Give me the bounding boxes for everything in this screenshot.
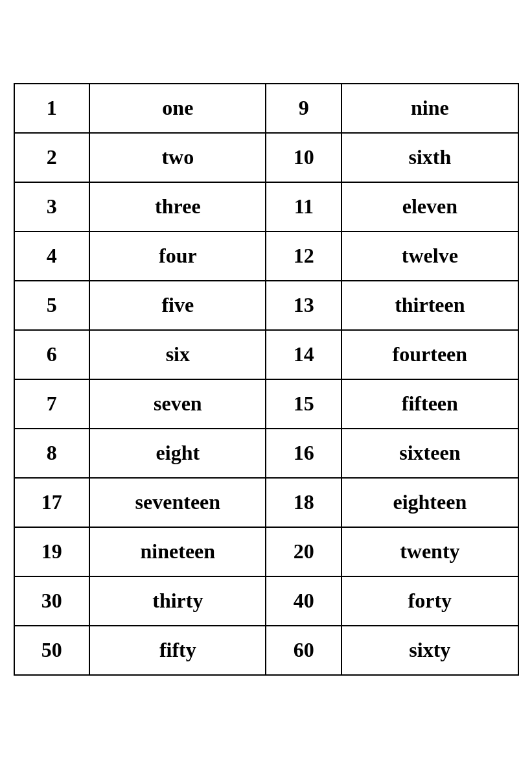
col1-num: 3: [14, 182, 90, 231]
col2-num: 13: [266, 281, 341, 330]
col2-num: 11: [266, 182, 341, 231]
col2-num: 18: [266, 478, 341, 527]
table-row: 5five13thirteen: [14, 281, 518, 330]
table-row: 50fifty60sixty: [14, 626, 518, 675]
col2-word: fourteen: [341, 330, 518, 379]
col2-word: nine: [341, 84, 518, 133]
col2-word: sixty: [341, 626, 518, 675]
table-row: 1one9nine: [14, 84, 518, 133]
col1-word: nineteen: [89, 527, 266, 576]
col1-word: seven: [89, 379, 266, 429]
table-row: 8eight16sixteen: [14, 429, 518, 478]
col1-num: 1: [14, 84, 90, 133]
col1-word: six: [89, 330, 266, 379]
col2-word: forty: [341, 576, 518, 626]
col2-num: 14: [266, 330, 341, 379]
col2-num: 12: [266, 231, 341, 281]
col1-word: fifty: [89, 626, 266, 675]
col2-num: 15: [266, 379, 341, 429]
col2-word: thirteen: [341, 281, 518, 330]
col2-word: eighteen: [341, 478, 518, 527]
col2-num: 40: [266, 576, 341, 626]
col1-word: five: [89, 281, 266, 330]
table-row: 2two10sixth: [14, 133, 518, 182]
col2-word: fifteen: [341, 379, 518, 429]
col2-num: 16: [266, 429, 341, 478]
col1-word: four: [89, 231, 266, 281]
col1-word: thirty: [89, 576, 266, 626]
col1-word: seventeen: [89, 478, 266, 527]
table-row: 3three11eleven: [14, 182, 518, 231]
col2-num: 60: [266, 626, 341, 675]
col2-word: sixteen: [341, 429, 518, 478]
col2-word: twelve: [341, 231, 518, 281]
col2-num: 10: [266, 133, 341, 182]
col1-num: 50: [14, 626, 90, 675]
col1-num: 2: [14, 133, 90, 182]
col1-num: 30: [14, 576, 90, 626]
col1-word: two: [89, 133, 266, 182]
page: 1one9nine2two10sixth3three11eleven4four1…: [14, 83, 519, 676]
col1-word: three: [89, 182, 266, 231]
col2-word: sixth: [341, 133, 518, 182]
table-row: 17seventeen18eighteen: [14, 478, 518, 527]
col1-word: one: [89, 84, 266, 133]
col1-num: 6: [14, 330, 90, 379]
col1-num: 7: [14, 379, 90, 429]
col2-word: twenty: [341, 527, 518, 576]
col2-num: 20: [266, 527, 341, 576]
table-row: 30thirty40forty: [14, 576, 518, 626]
numbers-table: 1one9nine2two10sixth3three11eleven4four1…: [14, 83, 519, 676]
col2-word: eleven: [341, 182, 518, 231]
col2-num: 9: [266, 84, 341, 133]
col1-num: 4: [14, 231, 90, 281]
table-row: 7seven15fifteen: [14, 379, 518, 429]
col1-num: 8: [14, 429, 90, 478]
col1-num: 17: [14, 478, 90, 527]
table-row: 19nineteen20twenty: [14, 527, 518, 576]
table-row: 4four12twelve: [14, 231, 518, 281]
col1-num: 19: [14, 527, 90, 576]
table-row: 6six14fourteen: [14, 330, 518, 379]
col1-num: 5: [14, 281, 90, 330]
col1-word: eight: [89, 429, 266, 478]
